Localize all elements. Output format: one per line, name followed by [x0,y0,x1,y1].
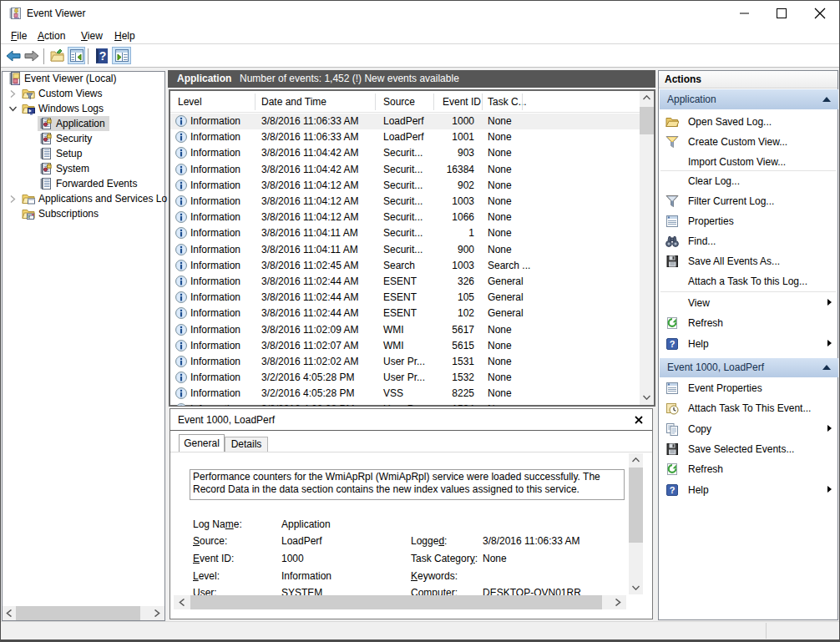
svg-text:?: ? [99,49,107,63]
